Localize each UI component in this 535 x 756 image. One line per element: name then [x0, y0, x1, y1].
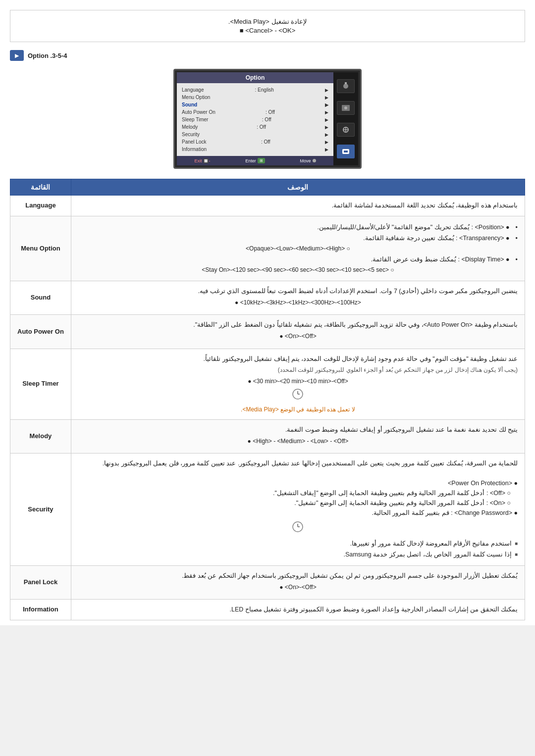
proj-row-security: Security ▶ — [182, 131, 328, 138]
top-section: لإعادة تشغيل <Media Play>. <Cancel> - <O… — [10, 10, 525, 42]
proj-icon-3 — [337, 123, 355, 137]
proj-row-menuoption: Menu Option ▶ — [182, 94, 328, 101]
row-melody: يتيح لك تحديد نغمة نغمة ما عند تشغيل الب… — [10, 420, 525, 454]
menuopt-trans-vals: <Opaque>-<Low>-<Medium>-<High> ○ — [78, 244, 518, 253]
menuopt-pos: ● <Position> : يُمكنك تحريك "موضع القائم… — [78, 222, 518, 232]
info-main: يمكنك التحقق من إشارات المصادر الخارجية … — [78, 605, 518, 614]
desc-sound: ينضبن البروجيكتور مكبر صوت داخلي (أحادي)… — [71, 281, 525, 315]
menu-information: Information — [10, 600, 71, 620]
menu-melody: Melody — [10, 420, 71, 454]
svg-rect-1 — [345, 82, 347, 84]
st-note: (يجب ألا يكون هناك إدخال لزر من جهاز الت… — [78, 365, 518, 375]
row-menuoption: ● <Position> : يُمكنك تحريك "موضع القائم… — [10, 216, 525, 281]
mel-vals: ● <High> - <Medium> - <Low> - <Off> — [78, 437, 518, 446]
projector-sidebar — [333, 72, 358, 165]
menuopt-displaytime: ● <Display Time> : يُمكنك ضبط وقت عرض ال… — [78, 254, 518, 264]
proj-icon-2 — [337, 101, 355, 115]
sec-intro: للحماية من السرقة، يُمكنك تعيين كلمة مرو… — [78, 458, 518, 468]
move-dot — [313, 159, 316, 162]
projector-menu-wrapper: Option Language : English ▶ Menu Option … — [0, 69, 535, 169]
main-table: الوصف القائمة باستخدام هذه الوظيفة، يُمك… — [10, 179, 525, 620]
st-main: عند تشغيل وظيفة "مؤقت النوم" وفي حالة عد… — [78, 354, 518, 364]
menu-security: Security — [10, 454, 71, 566]
proj-row-panellock: Panel Lock : Off ▶ — [182, 138, 328, 146]
option-header-text: Option .3-5-4 — [28, 52, 67, 59]
row-information: يمكنك التحقق من إشارات المصادر الخارجية … — [10, 600, 525, 620]
mel-main: يتيح لك تحديد نغمة نغمة ما عند تشغيل الب… — [78, 425, 518, 435]
projector-main: Option Language : English ▶ Menu Option … — [177, 72, 333, 165]
st-vals: ● <30 min>-<20 min>-<10 min>-<Off> — [78, 377, 518, 386]
sec-on: ○ <On> : أدخل كلمة المرور الحالية وقم بت… — [78, 498, 511, 508]
projector-content: Option Language : English ▶ Menu Option … — [177, 72, 358, 165]
sec-note2: ■ إذا نسيت كلمة المرور الخاص بك، اتصل بم… — [78, 550, 518, 559]
pl-main: يُمكنك تعطيل الأزرار الموجودة على جسم ال… — [78, 571, 518, 581]
desc-melody: يتيح لك تحديد نغمة نغمة ما عند تشغيل الب… — [71, 420, 525, 454]
menu-sleeptimer: Sleep Timer — [10, 349, 71, 420]
proj-row-sound: Sound ▶ — [182, 101, 328, 108]
proj-row-melody: Melody : Off ▶ — [182, 123, 328, 131]
sec-pop: ● <Power On Protection> — [78, 478, 518, 488]
top-line1: لإعادة تشغيل <Media Play>. — [20, 18, 515, 25]
col-header-menu: القائمة — [10, 179, 71, 196]
proj-row-sleeptimer: Sleep Timer : Off ▶ — [182, 116, 328, 123]
top-line2: <Cancel> - <OK> ■ — [20, 27, 515, 34]
proj-row-autopoweron: Auto Power On : Off ▶ — [182, 108, 328, 116]
st-media-note: لا تعمل هذه الوظيفة في الوضع <Media Play… — [78, 405, 518, 414]
sec-icon — [78, 521, 518, 536]
menu-sound: Sound — [10, 281, 71, 315]
apo-main: باستخدام وظيفة <Auto Power On>، وفي حالة… — [78, 320, 518, 330]
option-header: Option .3-5-4 ▶ — [0, 47, 535, 64]
menu-menuoption: Menu Option — [10, 216, 71, 281]
apo-vals: ● <On>-<Off> — [78, 332, 518, 341]
menu-panellock: Panel Lock — [10, 566, 71, 600]
projector-footer: Move ⊞ Enter -🔲 Exit — [177, 156, 333, 165]
menu-autopoweron: Auto Power On — [10, 315, 71, 349]
sound-vals: ● <10kHz>-<3kHz>-<1kHz>-<300Hz>-<100Hz> — [78, 298, 518, 307]
enter-box: ⊞ — [258, 158, 265, 163]
row-panellock: يُمكنك تعطيل الأزرار الموجودة على جسم ال… — [10, 566, 525, 600]
sec-changepw: ● <Change Password> : قم بتغيير كلمة الم… — [78, 508, 518, 518]
proj-footer-exit: -🔲 Exit — [194, 158, 210, 163]
desc-language: باستخدام هذه الوظيفة، يُمكنك تحديد اللغة… — [71, 196, 525, 216]
proj-row-information: Information ▶ — [182, 146, 328, 153]
svg-point-3 — [344, 106, 347, 109]
projector-screen: Option Language : English ▶ Menu Option … — [173, 69, 362, 169]
sound-main: ينضبن البروجيكتور مكبر صوت داخلي (أحادي)… — [78, 286, 518, 296]
proj-icon-1 — [337, 79, 355, 93]
menuopt-trans: ● <Transparency> : يُمكنك تعيين درجة شفا… — [78, 233, 518, 243]
option-icon: ▶ — [10, 50, 24, 61]
svg-rect-8 — [344, 151, 348, 152]
col-header-desc: الوصف — [71, 179, 525, 196]
proj-row-language: Language : English ▶ — [182, 86, 328, 94]
svg-point-0 — [343, 84, 348, 89]
st-icon — [78, 388, 518, 403]
desc-sleeptimer: عند تشغيل وظيفة "مؤقت النوم" وفي حالة عد… — [71, 349, 525, 420]
proj-footer-move: Move — [300, 158, 316, 163]
projector-menu-content: Language : English ▶ Menu Option ▶ Sound — [177, 83, 333, 156]
row-security: للحماية من السرقة، يُمكنك تعيين كلمة مرو… — [10, 454, 525, 566]
row-language: باستخدام هذه الوظيفة، يُمكنك تحديد اللغة… — [10, 196, 525, 216]
desc-information: يمكنك التحقق من إشارات المصادر الخارجية … — [71, 600, 525, 620]
desc-panellock: يُمكنك تعطيل الأزرار الموجودة على جسم ال… — [71, 566, 525, 600]
row-sound: ينضبن البروجيكتور مكبر صوت داخلي (أحادي)… — [10, 281, 525, 315]
menu-language: Language — [10, 196, 71, 216]
sec-off: ○ <Off> : أدخل كلمة المرور الحالية وقم ب… — [78, 488, 511, 498]
page-wrapper: لإعادة تشغيل <Media Play>. <Cancel> - <O… — [0, 0, 535, 625]
row-sleeptimer: عند تشغيل وظيفة "مؤقت النوم" وفي حالة عد… — [10, 349, 525, 420]
desc-menuoption: ● <Position> : يُمكنك تحريك "موضع القائم… — [71, 216, 525, 281]
pl-vals: ● <On>-<Off> — [78, 583, 518, 592]
projector-title-bar: Option — [177, 72, 333, 83]
sec-note1: ■ استخدم مفاتيح الأرقام المعروضة لإدخال … — [78, 539, 518, 549]
desc-security: للحماية من السرقة، يُمكنك تعيين كلمة مرو… — [71, 454, 525, 566]
desc-autopoweron: باستخدام وظيفة <Auto Power On>، وفي حالة… — [71, 315, 525, 349]
row-autopoweron: باستخدام وظيفة <Auto Power On>، وفي حالة… — [10, 315, 525, 349]
proj-icon-4 — [337, 145, 355, 158]
menuopt-displaytime-vals: <Stay On>-<120 sec>-<90 sec>-<60 sec>-<3… — [78, 265, 518, 275]
proj-footer-enter: ⊞ Enter — [245, 158, 265, 163]
